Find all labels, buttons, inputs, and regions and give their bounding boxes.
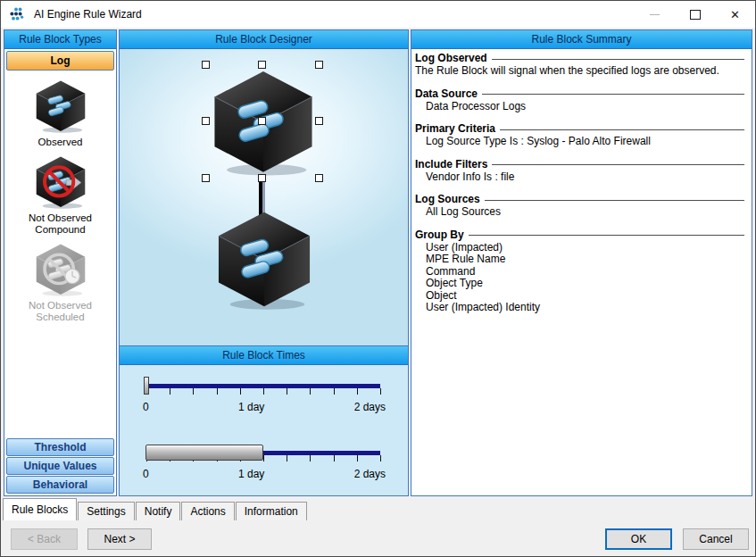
section-title: Primary Criteria [415,122,495,136]
rule-block-types-header: Rule Block Types [4,30,116,49]
section-rule-line [492,59,744,60]
time-slider-1-ticks [146,388,380,395]
maximize-icon [690,10,701,20]
rule-block-summary-panel: Rule Block Summary Log Observed The Rule… [411,29,752,496]
selection-handle[interactable] [315,117,323,125]
section-line: Log Source Type Is : Syslog - Palo Alto … [415,136,746,148]
section-title: Include Filters [415,158,487,171]
tab-settings[interactable]: Settings [78,502,134,520]
back-button: < Back [11,528,78,550]
rule-block-times-panel: Rule Block Times 0 1 day 2 days 0 1 day [119,345,409,496]
window-title: AI Engine Rule Wizard [34,8,142,21]
cancel-button[interactable]: Cancel [683,528,749,550]
section-line: Data Processor Logs [415,101,746,113]
section-line: Vendor Info Is : file [415,171,746,184]
slider2-label-1day: 1 day [238,468,264,480]
section-line: MPE Rule Name [415,254,746,266]
section-rule-line [500,129,744,130]
selection-handle[interactable] [202,61,210,69]
section-line: The Rule Block will signal when the spec… [415,65,746,78]
designer-canvas[interactable] [120,49,408,345]
designer-column: Rule Block Designer Rule Block Times [119,29,409,496]
title-bar: AI Engine Rule Wizard ✕ [1,1,755,28]
time-slider-1-thumb[interactable] [144,377,149,395]
slider2-label-0: 0 [143,468,149,480]
summary-section-group-by: Group By User (Impacted) MPE Rule Name C… [415,229,746,314]
slider1-label-2days: 2 days [354,401,386,413]
rule-block-types-body: Log Observed Not Observed Compound [4,49,116,495]
not-observed-scheduled-icon [33,242,88,297]
slider2-label-2days: 2 days [354,468,386,480]
section-title: Log Observed [415,52,487,65]
selection-handle[interactable] [258,174,266,182]
time-slider-2-range-bar[interactable] [145,445,263,461]
not-observed-compound-item[interactable]: Not Observed Compound [4,148,116,236]
threshold-type-button[interactable]: Threshold [6,438,114,456]
minimize-icon [650,14,660,15]
ok-button[interactable]: OK [605,528,672,550]
tab-rule-blocks[interactable]: Rule Blocks [3,498,77,520]
summary-section-data-source: Data Source Data Processor Logs [415,87,746,113]
section-line: User (Impacted) Identity [415,302,746,314]
rule-block-summary-body: Log Observed The Rule Block will signal … [411,49,752,495]
time-slider-2-labels: 0 1 day 2 days [143,468,386,480]
section-rule-line [492,164,744,165]
time-slider-1-labels: 0 1 day 2 days [143,401,386,413]
next-button[interactable]: Next > [87,528,152,550]
section-line: All Log Sources [415,206,746,219]
not-observed-scheduled-label: Not Observed Scheduled [4,300,116,323]
selection-handle[interactable] [258,61,266,69]
tab-information[interactable]: Information [236,502,307,520]
ai-engine-rule-wizard-dialog: AI Engine Rule Wizard ✕ Rule Block Types… [0,0,756,557]
rule-block-types-panel: Rule Block Types Log Observed Not Observ… [4,29,117,496]
close-icon: ✕ [730,9,740,21]
unique-values-type-button[interactable]: Unique Values [6,457,114,475]
section-line: Command [415,266,746,278]
summary-section-include-filters: Include Filters Vendor Info Is : file [415,158,746,184]
section-title: Group By [415,229,464,242]
rule-block-times-header: Rule Block Times [120,346,408,365]
slider1-label-0: 0 [143,401,149,413]
section-title: Log Sources [415,193,480,206]
selection-handle[interactable] [258,117,266,125]
section-line: User (Impacted) [415,242,746,254]
section-rule-line [482,94,744,95]
rule-block-designer-header: Rule Block Designer [120,30,408,49]
not-observed-compound-label: Not Observed Compound [4,212,116,236]
rule-block-times-body: 0 1 day 2 days 0 1 day 2 days [120,365,408,495]
behavioral-type-button[interactable]: Behavioral [6,476,114,494]
type-category-buttons: Threshold Unique Values Behavioral [4,436,116,495]
selection-handle[interactable] [315,61,323,69]
close-button[interactable]: ✕ [715,1,755,28]
tab-actions[interactable]: Actions [181,502,234,520]
tab-notify[interactable]: Notify [136,502,181,520]
slider1-label-1day: 1 day [238,401,264,413]
selection-handle[interactable] [202,117,210,125]
observed-item[interactable]: Observed [4,72,116,148]
summary-section-log-observed: Log Observed The Rule Block will signal … [415,52,746,78]
log-type-button[interactable]: Log [6,51,114,71]
minimize-button [635,1,675,28]
not-observed-scheduled-item: Not Observed Scheduled [4,236,116,323]
section-title: Data Source [415,87,478,101]
observed-label: Observed [38,137,83,148]
rule-block-summary-header: Rule Block Summary [411,30,752,49]
selection-handle[interactable] [202,174,210,182]
wizard-tab-strip: Rule Blocks Settings Notify Actions Info… [3,498,308,520]
section-line: Object [415,290,746,303]
app-logo-icon [9,6,27,22]
not-observed-compound-icon [33,154,88,210]
selection-handle[interactable] [315,174,323,182]
section-rule-line [485,200,744,201]
section-rule-line [469,235,744,236]
summary-section-primary-criteria: Primary Criteria Log Source Type Is : Sy… [415,122,746,148]
rule-block-cube-second[interactable] [212,208,317,312]
rule-block-designer-panel: Rule Block Designer [119,29,409,346]
observed-cube-icon [33,79,88,134]
section-line: Object Type [415,278,746,290]
summary-section-log-sources: Log Sources All Log Sources [415,193,746,219]
maximize-button[interactable] [675,1,715,28]
